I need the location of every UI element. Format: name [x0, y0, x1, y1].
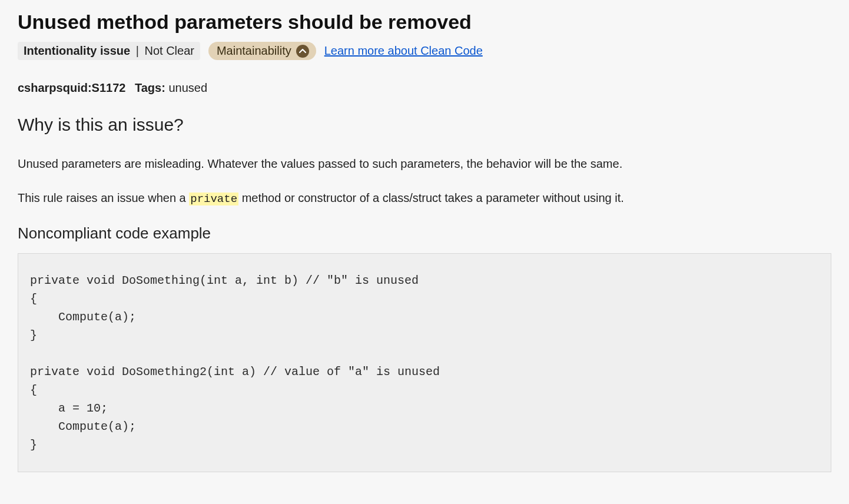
rule-ids-row: csharpsquid:S1172 Tags: unused [18, 81, 831, 95]
intentionality-label: Intentionality issue [24, 44, 130, 57]
why-p2-post: method or constructor of a class/struct … [238, 191, 624, 204]
noncompliant-heading: Noncompliant code example [18, 224, 831, 243]
rule-id: csharpsquid:S1172 [18, 81, 125, 94]
maintainability-badge: Maintainability [208, 42, 316, 60]
noncompliant-code-block: private void DoSomething(int a, int b) /… [18, 253, 831, 472]
severity-icon [296, 45, 309, 58]
rule-title: Unused method parameters should be remov… [18, 11, 831, 34]
inline-code-private: private [189, 193, 238, 205]
why-heading: Why is this an issue? [18, 115, 831, 135]
rule-page: Unused method parameters should be remov… [0, 0, 849, 504]
separator: | [132, 44, 142, 57]
rule-meta-row: Intentionality issue | Not Clear Maintai… [18, 42, 831, 60]
intentionality-value: Not Clear [144, 44, 194, 57]
why-p2-pre: This rule raises an issue when a [18, 191, 189, 204]
tags-label: Tags: [135, 81, 165, 94]
maintainability-label: Maintainability [217, 44, 291, 58]
why-paragraph-1: Unused parameters are misleading. Whatev… [18, 155, 831, 173]
why-paragraph-2: This rule raises an issue when a private… [18, 189, 831, 208]
intentionality-badge: Intentionality issue | Not Clear [18, 42, 200, 60]
tags-value-text: unused [168, 81, 207, 94]
learn-more-link[interactable]: Learn more about Clean Code [324, 44, 483, 58]
